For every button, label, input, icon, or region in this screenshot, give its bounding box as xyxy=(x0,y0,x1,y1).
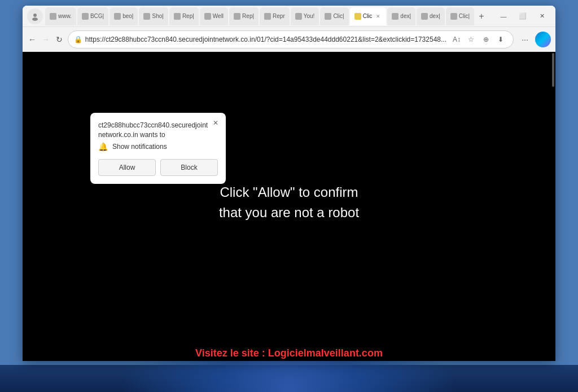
url-display: https://ct29c88hubcc73ccn840.securedjoin… xyxy=(85,36,446,43)
page-content: Click "Allow" to confirm that you are no… xyxy=(23,52,555,361)
address-bar[interactable]: 🔒 https://ct29c88hubcc73ccn840.securedjo… xyxy=(68,30,514,49)
tab-favicon-12 xyxy=(392,13,399,20)
close-button[interactable]: ✕ xyxy=(533,10,551,23)
tab-favicon-3 xyxy=(114,13,121,20)
forward-button: → xyxy=(41,32,51,47)
back-button[interactable]: ← xyxy=(27,32,37,47)
reader-view-button[interactable]: A↕ xyxy=(450,33,463,46)
popup-site-name: ct29c88hubcc73ccn840.securedjoint networ… xyxy=(98,121,218,140)
tab-label-9: You! xyxy=(304,13,315,19)
minimize-button[interactable]: — xyxy=(494,10,513,23)
tab-9[interactable]: You! xyxy=(291,7,319,25)
tab-favicon-8 xyxy=(264,13,271,20)
notification-popup: ✕ ct29c88hubcc73ccn840.securedjoint netw… xyxy=(90,113,226,184)
popup-close-button[interactable]: ✕ xyxy=(210,117,221,129)
tab-3[interactable]: beo| xyxy=(110,7,138,25)
tab-favicon-1 xyxy=(50,13,56,20)
popup-permission-text: Show notifications xyxy=(112,143,167,151)
page-message-line1: Click "Allow" to confirm xyxy=(219,182,359,202)
tab-label-8: Repr xyxy=(273,13,285,19)
collections-button[interactable]: ⊕ xyxy=(479,33,493,46)
tab-14[interactable]: Clic| xyxy=(446,7,474,25)
edge-icon xyxy=(535,32,551,47)
profile-icon[interactable] xyxy=(27,8,43,24)
tab-label-12: dex| xyxy=(400,13,411,19)
address-bar-actions: A↕ ☆ ⊕ ⬇ xyxy=(450,33,507,46)
lock-icon: 🔒 xyxy=(74,36,82,43)
svg-point-1 xyxy=(32,17,38,21)
tab-2[interactable]: BCG| xyxy=(77,7,108,25)
tab-favicon-13 xyxy=(421,13,428,20)
page-scrollbar[interactable] xyxy=(551,52,555,361)
tab-label-10: Clic| xyxy=(333,13,344,19)
maximize-button[interactable]: ⬜ xyxy=(514,10,532,23)
tab-favicon-7 xyxy=(234,13,240,20)
refresh-button[interactable]: ↻ xyxy=(54,32,64,47)
tab-favicon-2 xyxy=(82,13,89,20)
tab-label-3: beo| xyxy=(122,13,133,19)
popup-buttons: Allow Block xyxy=(98,159,218,176)
tab-favicon-9 xyxy=(295,13,302,20)
tab-label-14: Clic| xyxy=(459,13,470,19)
favorites-button[interactable]: ☆ xyxy=(465,33,478,46)
tab-1[interactable]: www. xyxy=(45,7,76,25)
navigation-bar: ← → ↻ 🔒 https://ct29c88hubcc73ccn840.sec… xyxy=(23,27,555,52)
tab-label-5: Rep| xyxy=(182,13,194,19)
tab-10[interactable]: Clic| xyxy=(320,7,348,25)
tab-favicon-active xyxy=(354,13,361,20)
nav-right-buttons: ··· xyxy=(517,32,551,47)
scrollbar-thumb xyxy=(552,53,554,87)
bottom-warning-text: Visitez le site : Logicielmalveillant.co… xyxy=(0,347,578,359)
popup-permission: 🔔 Show notifications xyxy=(98,142,218,151)
tab-label-4: Sho| xyxy=(152,13,163,19)
tab-label-7: Rep| xyxy=(242,13,254,19)
allow-button[interactable]: Allow xyxy=(98,159,156,176)
window-controls: — ⬜ ✕ xyxy=(494,10,551,23)
tab-active[interactable]: Clic ✕ xyxy=(350,7,387,25)
tab-favicon-5 xyxy=(174,13,181,20)
tab-label-13: dex| xyxy=(430,13,440,19)
title-bar-left xyxy=(27,8,43,24)
tab-favicon-10 xyxy=(325,13,331,20)
tab-12[interactable]: dex| xyxy=(387,7,415,25)
tab-close-active[interactable]: ✕ xyxy=(375,13,382,20)
tab-label-active: Clic xyxy=(363,13,373,19)
tab-label-6: Well xyxy=(213,13,224,19)
bell-icon: 🔔 xyxy=(98,142,108,151)
tab-favicon-4 xyxy=(143,13,150,20)
tab-4[interactable]: Sho| xyxy=(139,7,168,25)
tab-13[interactable]: dex| xyxy=(417,7,445,25)
tab-7[interactable]: Rep| xyxy=(229,7,259,25)
tab-5[interactable]: Rep| xyxy=(169,7,199,25)
tab-6[interactable]: Well xyxy=(200,7,228,25)
page-message-line2: that you are not a robot xyxy=(219,202,359,223)
tab-label-2: BCG| xyxy=(90,13,104,19)
page-message: Click "Allow" to confirm that you are no… xyxy=(219,182,359,223)
download-button[interactable]: ⬇ xyxy=(494,33,507,46)
new-tab-button[interactable]: + xyxy=(475,8,488,24)
title-bar: www. BCG| beo| Sho| Rep| Well xyxy=(23,6,555,27)
site-name-line1: ct29c88hubcc73ccn840.securedjoint xyxy=(98,121,208,129)
tab-label-1: www. xyxy=(58,13,72,19)
svg-point-0 xyxy=(33,14,37,17)
site-name-line2: network.co.in wants to xyxy=(98,131,165,139)
block-button[interactable]: Block xyxy=(160,159,218,176)
tab-favicon-14 xyxy=(450,13,457,20)
more-options-button[interactable]: ··· xyxy=(517,32,533,47)
tab-favicon-6 xyxy=(204,13,211,20)
tab-8[interactable]: Repr xyxy=(260,7,290,25)
browser-window: www. BCG| beo| Sho| Rep| Well xyxy=(23,6,555,361)
tabs-area: www. BCG| beo| Sho| Rep| Well xyxy=(45,7,488,25)
